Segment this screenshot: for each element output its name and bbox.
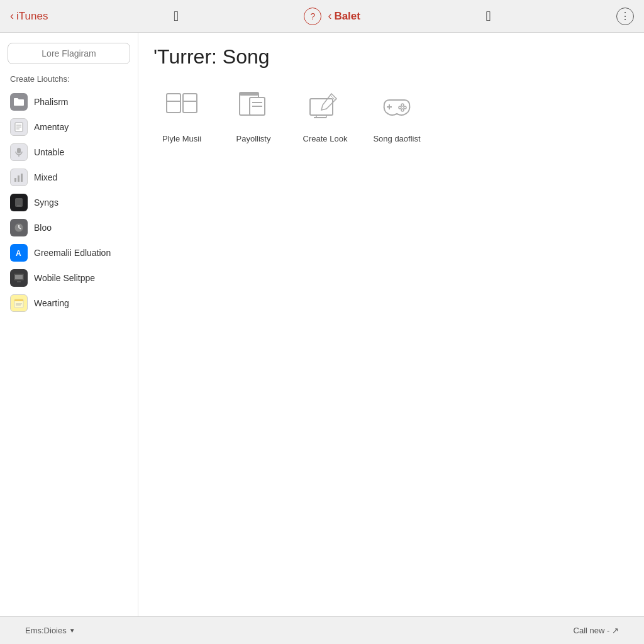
dropdown-arrow-icon: ▼ (69, 627, 75, 634)
sidebar-item-syngs[interactable]: Syngs (8, 191, 130, 214)
sidebar-item-label: Amentay (34, 122, 69, 132)
create-look-icon (303, 84, 348, 129)
shortcut-label: Song daoflist (373, 134, 420, 145)
bottom-right-label: Call new - ↗ (574, 626, 619, 635)
nav-center: ? ‹ Balet (304, 8, 360, 25)
plyle-music-icon (159, 84, 204, 129)
sidebar-item-mixed[interactable]: Mixed (8, 165, 130, 189)
nav-apple-center:  (174, 8, 179, 25)
sidebar-item-amentay[interactable]: Amentay (8, 115, 130, 139)
sidebar-item-label: Wearting (34, 298, 69, 308)
sidebar: Create Lioutchs: Phalisrm Amentay (0, 33, 138, 616)
device-icon (10, 194, 28, 211)
svg-rect-7 (18, 175, 19, 182)
svg-rect-10 (17, 206, 21, 206)
shortcut-label: Payollisty (236, 134, 271, 145)
svg-rect-9 (15, 198, 23, 207)
svg-point-40 (404, 106, 406, 109)
sidebar-item-bloo[interactable]: Bloo (8, 216, 130, 240)
svg-point-41 (401, 109, 404, 111)
svg-rect-24 (167, 94, 180, 113)
sidebar-item-label: Untable (34, 147, 64, 157)
page-title: 'Turrer: Song (153, 45, 629, 69)
sidebar-item-label: Bloo (34, 223, 52, 233)
nav-balet[interactable]: ‹ Balet (328, 9, 360, 23)
help-icon: ? (310, 11, 315, 21)
nav-bar: ‹ iTunes  ? ‹ Balet  ⋮ (0, 0, 644, 33)
svg-rect-21 (14, 299, 23, 301)
balet-arrow-icon: ‹ (328, 9, 331, 23)
folder-icon (10, 93, 28, 111)
svg-rect-6 (14, 178, 16, 182)
shortcut-plyle-music[interactable]: Plyle Musii (153, 84, 210, 145)
sidebar-item-wobile[interactable]: Wobile Selitppe (8, 266, 130, 290)
balet-label: Balet (334, 10, 360, 23)
sidebar-item-label: Greemalii Edluation (34, 248, 111, 258)
note-icon (10, 118, 28, 136)
sidebar-item-wearting[interactable]: Wearting (8, 291, 130, 315)
song-daoflist-icon (374, 84, 419, 129)
payollisty-icon (231, 84, 276, 129)
nav-apple-right:  (486, 8, 491, 25)
clock-icon (10, 219, 28, 236)
shortcut-payollisty[interactable]: Payollisty (225, 84, 282, 145)
bottom-left[interactable]: Ems:Dioies ▼ (25, 626, 75, 635)
sidebar-item-label: Phalisrm (34, 97, 68, 107)
svg-point-39 (401, 104, 404, 106)
svg-rect-19 (17, 281, 21, 282)
section-header: Create Lioutchs: (8, 74, 130, 84)
svg-point-42 (399, 106, 401, 109)
sidebar-item-label: Syngs (34, 197, 58, 208)
main-content: Create Lioutchs: Phalisrm Amentay (0, 33, 644, 616)
bottom-left-label: Ems:Dioies (25, 626, 67, 635)
desktop-icon (10, 269, 28, 287)
svg-rect-32 (240, 92, 258, 96)
svg-rect-8 (21, 174, 23, 182)
svg-rect-33 (310, 99, 333, 115)
shortcut-create-look[interactable]: Create Look (297, 84, 353, 145)
mic-icon (10, 143, 28, 161)
notepad-icon (10, 294, 28, 312)
sidebar-item-greemalii[interactable]: A Greemalii Edluation (8, 241, 130, 265)
sidebar-item-phalisrm[interactable]: Phalisrm (8, 90, 130, 114)
back-arrow-icon[interactable]: ‹ (10, 9, 14, 23)
apple-logo-icon:  (174, 8, 179, 25)
more-button[interactable]: ⋮ (616, 8, 634, 25)
chart-icon (10, 169, 28, 186)
nav-right: ⋮ (616, 8, 634, 25)
shortcuts-grid: Plyle Musii Payollisty (153, 84, 629, 145)
appstore-icon: A (10, 244, 28, 262)
right-panel: 'Turrer: Song Plyle Musii (138, 33, 644, 616)
svg-text:A: A (16, 249, 21, 258)
apple-logo-right-icon:  (486, 8, 491, 25)
bottom-bar: Ems:Dioies ▼ Call new - ↗ (0, 616, 644, 644)
sidebar-item-label: Wobile Selitppe (34, 273, 95, 283)
svg-rect-4 (17, 148, 21, 153)
svg-rect-25 (183, 94, 197, 113)
help-button[interactable]: ? (304, 8, 321, 25)
nav-left: ‹ iTunes (10, 9, 48, 23)
itunes-nav-label[interactable]: iTunes (16, 10, 48, 23)
search-input[interactable] (8, 43, 130, 64)
shortcut-song-daoflist[interactable]: Song daoflist (369, 84, 425, 145)
bottom-right[interactable]: Call new - ↗ (574, 626, 619, 635)
shortcut-label: Plyle Musii (162, 134, 201, 145)
sidebar-item-untable[interactable]: Untable (8, 140, 130, 164)
more-icon: ⋮ (620, 10, 630, 22)
svg-rect-18 (15, 275, 23, 279)
sidebar-item-label: Mixed (34, 172, 57, 182)
shortcut-label: Create Look (303, 134, 348, 145)
